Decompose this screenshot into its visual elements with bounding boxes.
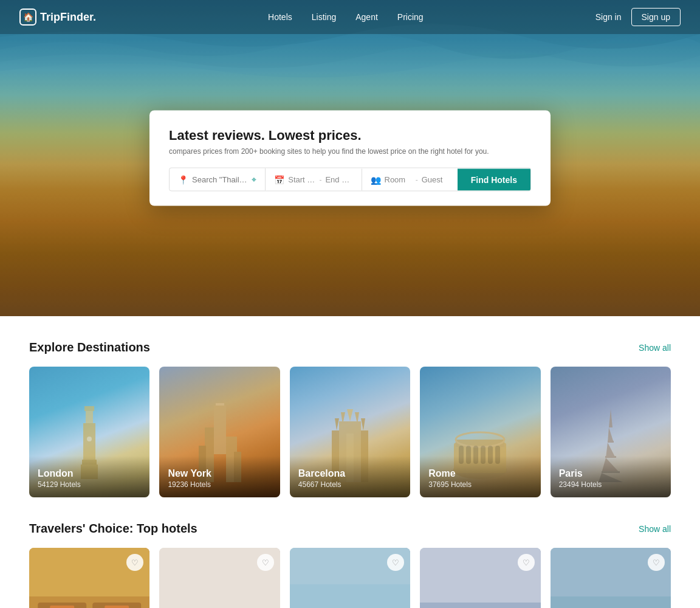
hotels-grid: ♡ ♡ <box>29 548 671 608</box>
svg-rect-1 <box>86 411 93 423</box>
app-logo[interactable]: 🏠 TripFinder. <box>19 9 96 26</box>
find-hotels-button[interactable]: Find Hotels <box>458 168 530 190</box>
end-date: End Date <box>325 175 352 184</box>
svg-rect-0 <box>84 406 94 411</box>
svg-marker-32 <box>608 427 614 443</box>
hero-subtitle: compares prices from 200+ booking sites … <box>169 147 531 156</box>
date-separator: - <box>319 175 321 184</box>
explore-section: Explore Destinations Show all London 541… <box>0 316 700 522</box>
app-name: TripFinder. <box>40 11 96 24</box>
svg-rect-55 <box>290 584 410 608</box>
dest-london-overlay: London 54129 Hotels <box>29 456 149 497</box>
hero-content: Latest reviews. Lowest prices. compares … <box>149 111 551 206</box>
explore-header: Explore Destinations Show all <box>29 340 671 354</box>
dest-paris-name: Paris <box>559 468 662 479</box>
svg-marker-16 <box>361 418 365 430</box>
guest-label: Guest <box>422 175 449 184</box>
svg-marker-15 <box>335 418 339 430</box>
signup-button[interactable]: Sign up <box>631 8 681 26</box>
dest-barcelona-name: Barcelona <box>298 468 402 479</box>
svg-rect-43 <box>50 606 74 608</box>
dest-rome-overlay: Rome 37695 Hotels <box>420 456 540 497</box>
svg-rect-62 <box>551 596 671 608</box>
dest-paris[interactable]: Paris 23494 Hotels <box>551 367 671 497</box>
nav-hotels[interactable]: Hotels <box>268 12 292 22</box>
dest-newyork-name: New York <box>168 468 271 479</box>
dest-paris-overlay: Paris 23494 Hotels <box>551 456 671 497</box>
wishlist-btn-4[interactable]: ♡ <box>518 554 535 571</box>
wishlist-btn-5[interactable]: ♡ <box>648 554 665 571</box>
svg-marker-31 <box>609 409 612 427</box>
dest-newyork[interactable]: New York 19236 Hotels <box>159 367 280 497</box>
svg-rect-44 <box>105 606 129 608</box>
svg-rect-36 <box>608 441 614 443</box>
date-field[interactable]: 📅 Start Date - End Date <box>266 168 362 190</box>
hero-title: Latest reviews. Lowest prices. <box>169 128 531 143</box>
start-date: Start Date <box>288 175 315 184</box>
nav-actions: Sign in Sign up <box>595 8 681 26</box>
svg-rect-7 <box>214 406 226 454</box>
dest-rome-name: Rome <box>428 468 532 479</box>
top-hotels-section: Travelers' Choice: Top hotels Show all ♡ <box>0 522 700 608</box>
svg-rect-57 <box>420 603 540 608</box>
hotel-card-3[interactable]: ♡ <box>290 548 410 608</box>
nav-links: Hotels Listing Agent Pricing <box>268 12 424 22</box>
dest-rome-count: 37695 Hotels <box>428 480 532 489</box>
dest-london[interactable]: London 54129 Hotels <box>29 367 149 497</box>
hero-section: Latest reviews. Lowest prices. compares … <box>0 0 700 316</box>
explore-show-all[interactable]: Show all <box>639 343 671 353</box>
logo-icon: 🏠 <box>19 9 36 26</box>
hotel-card-2[interactable]: ♡ <box>159 548 280 608</box>
search-form: 📍 ⌖ 📅 Start Date - End Date 👥 Room - Gue… <box>169 168 531 192</box>
hotel-card-5[interactable]: ♡ <box>551 548 671 608</box>
room-separator: - <box>416 175 418 184</box>
room-label: Room <box>385 175 412 184</box>
dest-barcelona-count: 45667 Hotels <box>298 480 402 489</box>
svg-rect-6 <box>216 403 224 406</box>
dest-london-count: 54129 Hotels <box>38 480 141 489</box>
signin-button[interactable]: Sign in <box>595 12 622 22</box>
dest-barcelona[interactable]: Barcelona 45667 Hotels <box>290 367 410 497</box>
nav-agent[interactable]: Agent <box>355 12 378 22</box>
destinations-grid: London 54129 Hotels New York 19236 Hote <box>29 367 671 497</box>
location-field[interactable]: 📍 ⌖ <box>170 168 266 191</box>
dest-paris-count: 23494 Hotels <box>559 480 662 489</box>
dest-newyork-overlay: New York 19236 Hotels <box>159 456 280 497</box>
wishlist-btn-2[interactable]: ♡ <box>257 554 274 571</box>
nav-pricing[interactable]: Pricing <box>397 12 424 22</box>
dest-barcelona-overlay: Barcelona 45667 Hotels <box>290 456 410 497</box>
top-hotels-header: Travelers' Choice: Top hotels Show all <box>29 522 671 536</box>
svg-rect-5 <box>87 437 92 441</box>
svg-marker-12 <box>347 409 353 421</box>
hotel-card-1[interactable]: ♡ <box>29 548 149 608</box>
navbar: 🏠 TripFinder. Hotels Listing Agent Prici… <box>0 0 700 34</box>
top-hotels-title: Travelers' Choice: Top hotels <box>29 522 197 536</box>
guest-icon: 👥 <box>371 174 381 184</box>
room-guest-field[interactable]: 👥 Room - Guest <box>362 168 458 190</box>
dest-london-name: London <box>38 468 141 479</box>
calendar-icon: 📅 <box>274 174 284 184</box>
search-icon: ⌖ <box>252 174 256 185</box>
hotel-card-4[interactable]: ♡ <box>420 548 540 608</box>
dest-rome[interactable]: Rome 37695 Hotels <box>420 367 540 497</box>
hotels-show-all[interactable]: Show all <box>639 524 671 534</box>
nav-listing[interactable]: Listing <box>312 12 336 22</box>
search-box: Latest reviews. Lowest prices. compares … <box>149 111 551 206</box>
dest-newyork-count: 19236 Hotels <box>168 480 271 489</box>
search-input[interactable] <box>192 175 248 184</box>
location-icon: 📍 <box>178 174 188 184</box>
explore-title: Explore Destinations <box>29 340 150 354</box>
